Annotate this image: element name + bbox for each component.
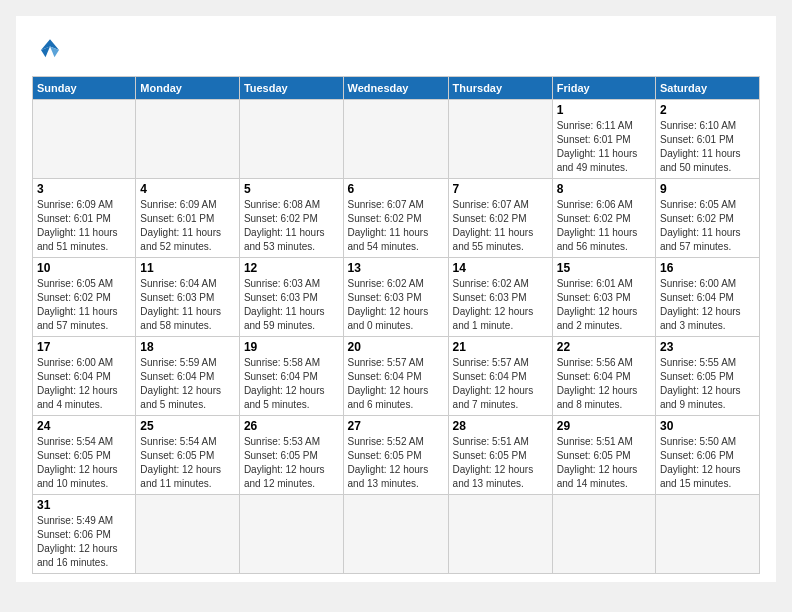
day-info: Sunrise: 6:00 AM Sunset: 6:04 PM Dayligh… <box>660 277 755 333</box>
day-info: Sunrise: 5:56 AM Sunset: 6:04 PM Dayligh… <box>557 356 651 412</box>
calendar-cell <box>343 495 448 574</box>
day-info: Sunrise: 6:02 AM Sunset: 6:03 PM Dayligh… <box>453 277 548 333</box>
calendar-cell: 4Sunrise: 6:09 AM Sunset: 6:01 PM Daylig… <box>136 179 240 258</box>
calendar-cell: 10Sunrise: 6:05 AM Sunset: 6:02 PM Dayli… <box>33 258 136 337</box>
page-header <box>32 32 760 68</box>
logo-icon <box>32 32 68 68</box>
day-info: Sunrise: 6:07 AM Sunset: 6:02 PM Dayligh… <box>453 198 548 254</box>
day-info: Sunrise: 6:09 AM Sunset: 6:01 PM Dayligh… <box>37 198 131 254</box>
day-number: 9 <box>660 182 755 196</box>
day-number: 20 <box>348 340 444 354</box>
day-number: 14 <box>453 261 548 275</box>
header-saturday: Saturday <box>656 77 760 100</box>
day-number: 15 <box>557 261 651 275</box>
calendar-cell: 27Sunrise: 5:52 AM Sunset: 6:05 PM Dayli… <box>343 416 448 495</box>
week-row-2: 10Sunrise: 6:05 AM Sunset: 6:02 PM Dayli… <box>33 258 760 337</box>
calendar-cell <box>448 100 552 179</box>
day-number: 11 <box>140 261 235 275</box>
day-number: 25 <box>140 419 235 433</box>
calendar-cell: 3Sunrise: 6:09 AM Sunset: 6:01 PM Daylig… <box>33 179 136 258</box>
day-info: Sunrise: 6:01 AM Sunset: 6:03 PM Dayligh… <box>557 277 651 333</box>
calendar-cell <box>656 495 760 574</box>
day-info: Sunrise: 6:02 AM Sunset: 6:03 PM Dayligh… <box>348 277 444 333</box>
calendar-cell: 14Sunrise: 6:02 AM Sunset: 6:03 PM Dayli… <box>448 258 552 337</box>
day-number: 4 <box>140 182 235 196</box>
calendar-cell <box>448 495 552 574</box>
calendar-header: SundayMondayTuesdayWednesdayThursdayFrid… <box>33 77 760 100</box>
day-number: 27 <box>348 419 444 433</box>
week-row-0: 1Sunrise: 6:11 AM Sunset: 6:01 PM Daylig… <box>33 100 760 179</box>
calendar-cell: 5Sunrise: 6:08 AM Sunset: 6:02 PM Daylig… <box>239 179 343 258</box>
day-info: Sunrise: 5:49 AM Sunset: 6:06 PM Dayligh… <box>37 514 131 570</box>
day-info: Sunrise: 6:03 AM Sunset: 6:03 PM Dayligh… <box>244 277 339 333</box>
day-number: 19 <box>244 340 339 354</box>
day-info: Sunrise: 6:05 AM Sunset: 6:02 PM Dayligh… <box>660 198 755 254</box>
calendar-cell: 18Sunrise: 5:59 AM Sunset: 6:04 PM Dayli… <box>136 337 240 416</box>
day-info: Sunrise: 5:50 AM Sunset: 6:06 PM Dayligh… <box>660 435 755 491</box>
day-info: Sunrise: 6:11 AM Sunset: 6:01 PM Dayligh… <box>557 119 651 175</box>
header-wednesday: Wednesday <box>343 77 448 100</box>
calendar-cell: 6Sunrise: 6:07 AM Sunset: 6:02 PM Daylig… <box>343 179 448 258</box>
header-tuesday: Tuesday <box>239 77 343 100</box>
calendar-page: SundayMondayTuesdayWednesdayThursdayFrid… <box>16 16 776 582</box>
header-thursday: Thursday <box>448 77 552 100</box>
day-info: Sunrise: 6:04 AM Sunset: 6:03 PM Dayligh… <box>140 277 235 333</box>
calendar-cell: 19Sunrise: 5:58 AM Sunset: 6:04 PM Dayli… <box>239 337 343 416</box>
calendar-cell: 7Sunrise: 6:07 AM Sunset: 6:02 PM Daylig… <box>448 179 552 258</box>
calendar-cell: 17Sunrise: 6:00 AM Sunset: 6:04 PM Dayli… <box>33 337 136 416</box>
calendar-cell <box>552 495 655 574</box>
calendar-cell: 12Sunrise: 6:03 AM Sunset: 6:03 PM Dayli… <box>239 258 343 337</box>
day-number: 3 <box>37 182 131 196</box>
header-friday: Friday <box>552 77 655 100</box>
header-sunday: Sunday <box>33 77 136 100</box>
day-number: 6 <box>348 182 444 196</box>
calendar-cell: 11Sunrise: 6:04 AM Sunset: 6:03 PM Dayli… <box>136 258 240 337</box>
day-number: 30 <box>660 419 755 433</box>
svg-marker-0 <box>41 39 59 50</box>
day-number: 31 <box>37 498 131 512</box>
week-row-4: 24Sunrise: 5:54 AM Sunset: 6:05 PM Dayli… <box>33 416 760 495</box>
calendar-cell <box>239 100 343 179</box>
day-info: Sunrise: 5:58 AM Sunset: 6:04 PM Dayligh… <box>244 356 339 412</box>
calendar-cell: 28Sunrise: 5:51 AM Sunset: 6:05 PM Dayli… <box>448 416 552 495</box>
day-number: 17 <box>37 340 131 354</box>
day-info: Sunrise: 5:59 AM Sunset: 6:04 PM Dayligh… <box>140 356 235 412</box>
day-info: Sunrise: 6:06 AM Sunset: 6:02 PM Dayligh… <box>557 198 651 254</box>
calendar-cell <box>136 495 240 574</box>
calendar-cell: 16Sunrise: 6:00 AM Sunset: 6:04 PM Dayli… <box>656 258 760 337</box>
calendar-cell <box>136 100 240 179</box>
week-row-3: 17Sunrise: 6:00 AM Sunset: 6:04 PM Dayli… <box>33 337 760 416</box>
calendar-cell: 29Sunrise: 5:51 AM Sunset: 6:05 PM Dayli… <box>552 416 655 495</box>
calendar-cell <box>239 495 343 574</box>
day-number: 7 <box>453 182 548 196</box>
calendar-cell: 24Sunrise: 5:54 AM Sunset: 6:05 PM Dayli… <box>33 416 136 495</box>
day-number: 13 <box>348 261 444 275</box>
calendar-cell: 9Sunrise: 6:05 AM Sunset: 6:02 PM Daylig… <box>656 179 760 258</box>
day-number: 5 <box>244 182 339 196</box>
day-number: 1 <box>557 103 651 117</box>
day-info: Sunrise: 5:55 AM Sunset: 6:05 PM Dayligh… <box>660 356 755 412</box>
day-info: Sunrise: 5:54 AM Sunset: 6:05 PM Dayligh… <box>140 435 235 491</box>
day-number: 28 <box>453 419 548 433</box>
day-info: Sunrise: 6:08 AM Sunset: 6:02 PM Dayligh… <box>244 198 339 254</box>
day-info: Sunrise: 6:05 AM Sunset: 6:02 PM Dayligh… <box>37 277 131 333</box>
calendar-cell: 13Sunrise: 6:02 AM Sunset: 6:03 PM Dayli… <box>343 258 448 337</box>
header-row: SundayMondayTuesdayWednesdayThursdayFrid… <box>33 77 760 100</box>
day-number: 8 <box>557 182 651 196</box>
day-info: Sunrise: 5:51 AM Sunset: 6:05 PM Dayligh… <box>453 435 548 491</box>
calendar-cell <box>343 100 448 179</box>
day-number: 23 <box>660 340 755 354</box>
calendar-cell: 1Sunrise: 6:11 AM Sunset: 6:01 PM Daylig… <box>552 100 655 179</box>
day-info: Sunrise: 5:52 AM Sunset: 6:05 PM Dayligh… <box>348 435 444 491</box>
day-number: 22 <box>557 340 651 354</box>
calendar-table: SundayMondayTuesdayWednesdayThursdayFrid… <box>32 76 760 574</box>
logo <box>32 32 72 68</box>
day-number: 18 <box>140 340 235 354</box>
calendar-cell: 26Sunrise: 5:53 AM Sunset: 6:05 PM Dayli… <box>239 416 343 495</box>
day-info: Sunrise: 5:54 AM Sunset: 6:05 PM Dayligh… <box>37 435 131 491</box>
calendar-cell: 23Sunrise: 5:55 AM Sunset: 6:05 PM Dayli… <box>656 337 760 416</box>
calendar-cell: 25Sunrise: 5:54 AM Sunset: 6:05 PM Dayli… <box>136 416 240 495</box>
day-number: 10 <box>37 261 131 275</box>
calendar-cell <box>33 100 136 179</box>
day-info: Sunrise: 6:00 AM Sunset: 6:04 PM Dayligh… <box>37 356 131 412</box>
